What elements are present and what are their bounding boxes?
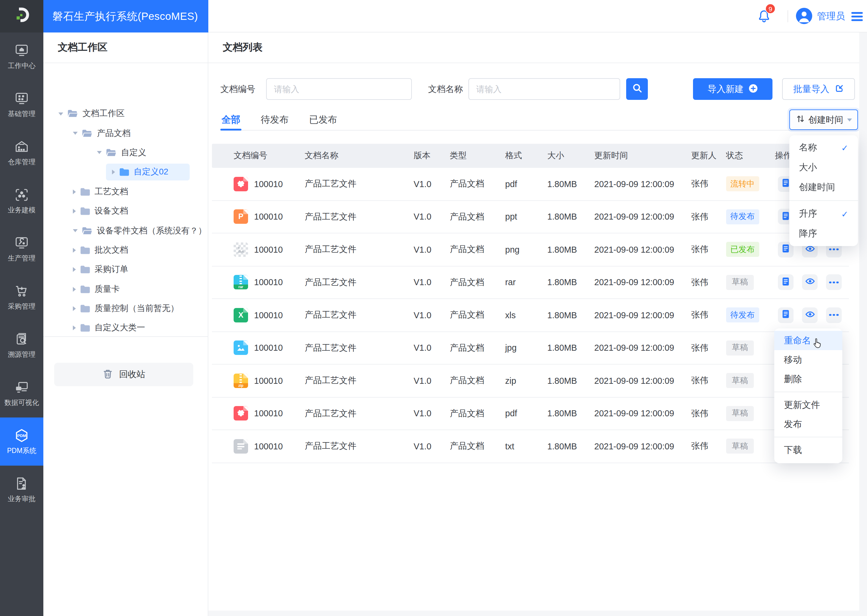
tree-node[interactable]: 批次文档 [43,240,208,260]
context-menu-item-移动[interactable]: 移动 [774,350,842,369]
tree-caret-icon[interactable] [73,209,76,214]
tree-node[interactable]: 自定义大类一 [43,319,208,338]
recycle-bin-button[interactable]: 回收站 [54,363,193,386]
user-name[interactable]: 管理员 [817,0,845,33]
sidebar-item-data-vis[interactable]: 数据可视化 [0,369,43,418]
doc-detail-button[interactable] [778,307,793,323]
cell-doc-name: 产品工艺文件 [305,310,414,321]
tree-caret-icon[interactable] [73,229,78,232]
sort-option-大小[interactable]: 大小 [789,158,858,178]
tree-caret-icon[interactable] [73,190,76,194]
cell-format: jpg [505,343,547,353]
tree-node[interactable]: 采购订单 [43,260,208,280]
sidebar-item-purchase[interactable]: 采购管理 [0,273,43,321]
sidebar-item-pdm[interactable]: PDMPDM系统 [0,418,43,466]
tree-node[interactable]: 自定义02 [43,162,208,182]
column-header: 更新时间 [594,150,691,161]
app-logo[interactable] [0,0,43,33]
doc-name-input[interactable] [468,78,620,100]
tree-node-label[interactable]: 产品文档 [97,128,131,139]
column-header: 文档编号 [233,150,305,161]
tree-node-label[interactable]: 质量控制（当前暂无） [95,303,179,314]
tree-caret-icon[interactable] [73,326,76,330]
header-divider [788,10,788,22]
sidebar-item-workcenter[interactable]: 工作中心 [0,33,43,81]
tree-caret-icon[interactable] [112,170,115,175]
context-menu-label: 删除 [784,373,802,385]
sidebar-item-label: PDM系统 [7,446,36,456]
status-badge: 流转中 [726,176,775,192]
tree-node-label[interactable]: 自定义大类一 [95,323,145,333]
context-menu-item-更新文件[interactable]: 更新文件 [774,395,842,415]
tree-node[interactable]: 设备文档 [43,201,208,221]
tree-node[interactable]: 设备零件文档（系统没有？） [43,221,208,240]
tree-caret-icon[interactable] [73,287,76,291]
tree-node-label[interactable]: 批次文档 [95,245,128,256]
sort-button[interactable]: 创建时间 [789,110,858,130]
cell-size: 1.80MB [547,278,594,287]
tree-node-label[interactable]: 质量卡 [95,284,120,294]
sort-option-降序[interactable]: 降序 [789,224,858,244]
import-new-button[interactable]: 导入新建 [693,78,772,100]
sidebar-item-trace[interactable]: 溯源管理 [0,321,43,369]
tree-caret-icon[interactable] [73,306,76,311]
sort-option-升序[interactable]: 升序✓ [789,204,858,224]
panel-title: 文档工作区 [43,33,208,63]
sort-option-创建时间[interactable]: 创建时间 [789,178,858,197]
tree-node-label[interactable]: 文档工作区 [82,108,125,119]
status-badge: 待发布 [726,308,775,323]
doc-no-input[interactable] [266,78,412,100]
column-header: 大小 [547,150,594,161]
tree-node-label[interactable]: 设备零件文档（系统没有？） [97,225,207,236]
batch-import-button[interactable]: 批量导入 [782,78,855,100]
avatar[interactable] [796,8,812,24]
cell-doc-no: 100010 [254,245,305,255]
tab-已发布[interactable]: 已发布 [308,110,338,130]
menu-burger-icon[interactable] [851,12,863,21]
more-actions-button[interactable] [826,275,842,290]
preview-button[interactable] [802,275,818,290]
sidebar-item-approval[interactable]: 业务审批 [0,466,43,514]
context-menu-item-重命名[interactable]: 重命名 [774,331,842,350]
doc-detail-button[interactable] [778,275,793,290]
tree-node-label[interactable]: 设备文档 [95,206,128,217]
sidebar-item-production[interactable]: 生产管理 [0,225,43,273]
tree-caret-icon[interactable] [58,112,63,115]
right-scrollbar-gutter[interactable] [859,33,867,611]
tree-node[interactable]: 文档工作区 [43,104,208,124]
context-menu-item-发布[interactable]: 发布 [774,415,842,434]
tree-caret-icon[interactable] [97,151,102,154]
tree-node-label[interactable]: 工艺文档 [95,187,128,197]
tree-caret-icon[interactable] [73,132,78,135]
sidebar-item-base-mgmt[interactable]: 基础管理 [0,81,43,129]
top-bar: 磐石生产执行系统(PescoMES) 9 管理员 [0,0,867,33]
bottom-scrollbar-gutter[interactable] [208,611,867,616]
tree-node-label[interactable]: 自定义02 [134,167,168,178]
sort-option-名称[interactable]: 名称✓ [789,138,858,158]
tree-caret-icon[interactable] [73,267,76,272]
context-menu-label: 更新文件 [784,399,820,410]
context-menu-item-删除[interactable]: 删除 [774,369,842,389]
more-actions-button[interactable] [826,307,842,323]
cell-updated: 2021-09-09 12:00:09 [594,278,691,287]
sidebar-item-label: 业务审批 [8,495,36,503]
cell-type: 产品文档 [450,342,505,354]
tab-待发布[interactable]: 待发布 [260,110,290,130]
import-new-label: 导入新建 [708,83,744,95]
preview-button[interactable] [802,307,818,323]
tree-node-label[interactable]: 自定义 [121,148,146,158]
tab-全部[interactable]: 全部 [221,110,241,130]
tree-node[interactable]: 产品文档 [43,124,208,143]
tree-node[interactable]: 质量控制（当前暂无） [43,299,208,319]
context-menu-item-下载[interactable]: 下载 [774,440,842,460]
table-row: zip100010产品工艺文件V1.0产品文档zip1.80MB2021-09-… [212,365,849,398]
tree-node[interactable]: 质量卡 [43,280,208,299]
sidebar-item-warehouse[interactable]: 仓库管理 [0,129,43,177]
sidebar-item-biz-model[interactable]: 业务建模 [0,177,43,225]
tree-caret-icon[interactable] [73,248,76,253]
chevron-down-icon [847,118,852,121]
tree-node-label[interactable]: 采购订单 [95,264,128,275]
tree-node[interactable]: 工艺文档 [43,182,208,201]
search-button[interactable] [626,78,648,100]
tree-node[interactable]: 自定义 [43,143,208,163]
